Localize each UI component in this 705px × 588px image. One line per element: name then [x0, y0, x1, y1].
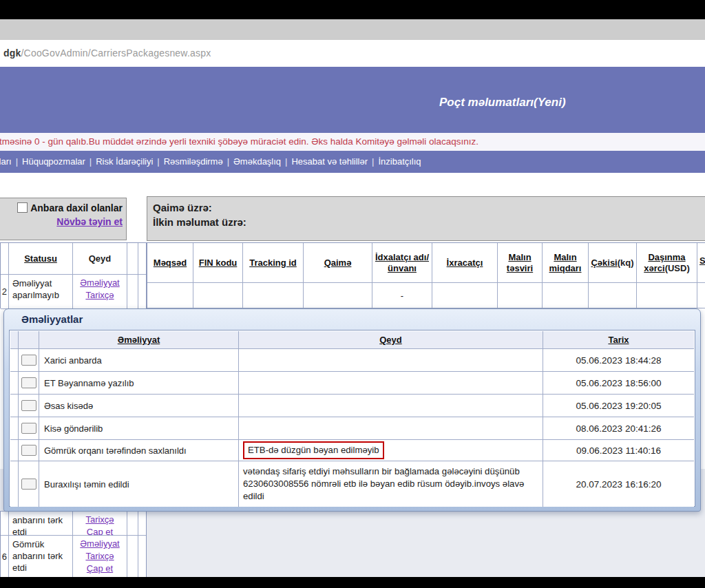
bottom-black-bar: [0, 577, 705, 588]
col-qaime: Qaimə: [304, 243, 372, 283]
dialog-title: Əməliyyatlar: [4, 309, 700, 330]
address-bar[interactable]: dgk/CooGovAdmin/CarriersPackagesnew.aspx: [0, 40, 705, 67]
operation-cell: Buraxılışı təmin edildi: [39, 461, 239, 507]
operation-cell: Əsas kisədə: [39, 395, 239, 417]
warehouse-filter-label: Anbara daxil olanlar: [30, 202, 123, 213]
warehouse-filter-checkbox[interactable]: [17, 202, 28, 213]
dialog-body: Əməliyyat Qeyd Tarix Xarici anbarda 05.0…: [9, 330, 695, 507]
history-link[interactable]: Tarixçə: [74, 550, 125, 563]
operation-cell: Kisə göndərilib: [39, 417, 239, 440]
screen: dgk/CooGovAdmin/CarriersPackagesnew.aspx…: [0, 0, 705, 588]
operations-table: Əməliyyat Qeyd Tarix Xarici anbarda 05.0…: [10, 331, 694, 507]
print-link[interactable]: Çap et: [74, 526, 125, 536]
url-path: /CooGovAdmin/CarriersPackagesnew.aspx: [21, 48, 211, 59]
empty-importer-cell: -: [372, 283, 432, 308]
operation-cell: Xarici anbarda: [39, 349, 239, 372]
note-cell: [239, 349, 543, 372]
packages-status-table-bottom: anbarını tərk etdi Tarixçə Çap et 6 Gömr…: [0, 511, 147, 577]
row-actions: Tarixçə Çap et: [73, 512, 127, 536]
col-tracking-id: Tracking id: [243, 243, 304, 283]
column-header-status: Statusu: [9, 243, 73, 275]
filter-row: Anbara daxil olanlar: [0, 202, 123, 213]
row-actions: Əməliyyat Tarixçə: [73, 275, 127, 309]
history-link[interactable]: Tarixçə: [74, 289, 125, 302]
url-host: dgk: [3, 48, 21, 59]
invoice-group-box: Qaimə üzrə: İlkin məlumat üzrə:: [147, 196, 705, 241]
row-status: Əməliyyat aparılmayıb: [9, 275, 73, 309]
row-checkbox[interactable]: [21, 400, 36, 411]
col-date: Tarix: [543, 331, 694, 349]
date-cell: 05.06.2023 19:20:05: [543, 395, 694, 417]
operation-link[interactable]: Əməliyyat: [74, 538, 125, 550]
date-cell: 05.06.2023 18:56:00: [543, 372, 694, 395]
print-link[interactable]: Çap et: [74, 563, 125, 575]
row-id: 6: [1, 536, 9, 578]
row-checkbox[interactable]: [21, 423, 36, 434]
col-idxalatci: İdxalatçı adı/ ünvanı: [372, 243, 432, 283]
note-cell: vətəndaş sifariş etdiyi məhsulların bir …: [239, 461, 543, 507]
note-cell: [239, 395, 543, 417]
row-status: Gömrük anbarını tərk etdi: [9, 536, 73, 578]
app-header: Poçt məlumatları(Yeni): [0, 67, 705, 133]
row-checkbox[interactable]: [21, 355, 36, 366]
col-partial: S: [697, 243, 705, 283]
menu-item-resmilesdirme[interactable]: Rəsmiləşdirmə: [162, 156, 224, 167]
menu-item-huquqpozmalar[interactable]: Hüquqpozmalar: [21, 156, 87, 167]
col-meqsed: Məqsəd: [147, 243, 193, 283]
date-cell: 09.06.2023 11:40:16: [543, 440, 694, 461]
col-ixracatci: İxracatçı: [432, 243, 498, 283]
top-black-bar: [0, 0, 705, 19]
group-label-ilkin: İlkin məlumat üzrə:: [153, 215, 705, 229]
operations-dialog: Əməliyyatlar Əməliyyat Qeyd Tarix Xarici…: [3, 308, 701, 512]
note-cell: [239, 372, 543, 395]
col-cekisi: Çəkisi(kq): [589, 243, 637, 283]
url-text: dgk/CooGovAdmin/CarriersPackagesnew.aspx: [3, 48, 211, 59]
row-checkbox[interactable]: [21, 445, 36, 456]
column-header-note: Qeyd: [73, 243, 127, 275]
col-fin-kodu: FIN kodu: [193, 243, 243, 283]
status-sort-link[interactable]: Statusu: [24, 253, 57, 264]
highlighted-note: ETB-də düzgün bəyan edilməyib: [243, 441, 384, 459]
row-status: anbarını tərk etdi: [9, 512, 73, 536]
row-actions: Əməliyyat Tarixçə Çap et: [73, 536, 127, 578]
date-cell: 20.07.2023 16:16:20: [543, 461, 694, 507]
col-dasinma-xerci: Daşınma xərci(USD): [637, 243, 697, 283]
operation-link[interactable]: Əməliyyat: [74, 277, 125, 289]
col-malin-miqdari: Malın miqdarı: [543, 243, 589, 283]
postal-data-table: Məqsəd FIN kodu Tracking id Qaimə İdxala…: [147, 242, 705, 308]
row-checkbox[interactable]: [21, 479, 36, 490]
menu-item-inzibatciliq[interactable]: İnzibatçılıq: [377, 156, 422, 167]
row-id: 2: [1, 275, 9, 309]
column-header-id: [1, 243, 9, 275]
date-cell: 08.06.2023 20:41:26: [543, 417, 694, 440]
browser-chrome: [0, 19, 705, 41]
menu-item-hesabat[interactable]: Hesabat və təhlillər: [290, 156, 369, 167]
operation-cell: ET Bəyannamə yazılıb: [39, 372, 239, 395]
group-label-qaime: Qaimə üzrə:: [153, 200, 705, 215]
page-title: Poçt məlumatları(Yeni): [439, 96, 566, 109]
col-note: Qeyd: [239, 331, 543, 349]
warehouse-filter-box: Anbara daxil olanlar Növbə təyin et: [0, 198, 127, 240]
note-cell: ETB-də düzgün bəyan edilməyib: [239, 440, 543, 461]
warning-banner: itməsinə 0 - gün qalıb.Bu müddət ərzində…: [0, 133, 705, 151]
col-malin-tesviri: Malın təsviri: [498, 243, 543, 283]
menu-item-0[interactable]: tları: [0, 156, 13, 167]
menu-item-risk-idareciliyi[interactable]: Risk İdarəçiliyi: [94, 156, 154, 167]
menu-item-emekdasliq[interactable]: Əməkdaşlıq: [232, 156, 282, 167]
main-menu: tları|Hüquqpozmalar|Risk İdarəçiliyi|Rəs…: [0, 151, 705, 173]
col-operation: Əməliyyat: [39, 331, 239, 349]
note-cell: [239, 417, 543, 440]
operation-cell: Gömrük orqanı tərəfindən saxlanıldı: [39, 440, 239, 461]
queue-assign-link[interactable]: Növbə təyin et: [56, 216, 123, 227]
warning-text: itməsinə 0 - gün qalıb.Bu müddət ərzində…: [0, 133, 705, 151]
date-cell: 05.06.2023 18:44:28: [543, 349, 694, 372]
packages-status-table: Statusu Qeyd 2 Əməliyyat aparılmayıb Əmə…: [0, 242, 147, 308]
history-link[interactable]: Tarixçə: [74, 514, 125, 526]
row-checkbox[interactable]: [21, 377, 36, 388]
